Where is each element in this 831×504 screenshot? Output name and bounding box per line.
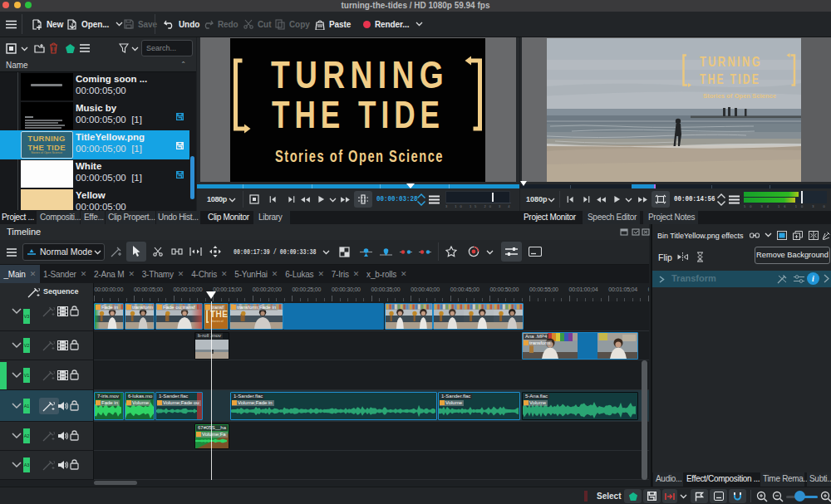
svg-text:Stories of Open Science: Stories of Open Science [275, 147, 444, 165]
svg-text:THE TIDE: THE TIDE [700, 71, 760, 86]
svg-text:Stories of Open Science: Stories of Open Science [703, 93, 776, 100]
svg-text:TURNING: TURNING [700, 54, 762, 69]
svg-text:THE TIDE: THE TIDE [272, 92, 445, 136]
svg-text:TURNING: TURNING [271, 52, 449, 96]
